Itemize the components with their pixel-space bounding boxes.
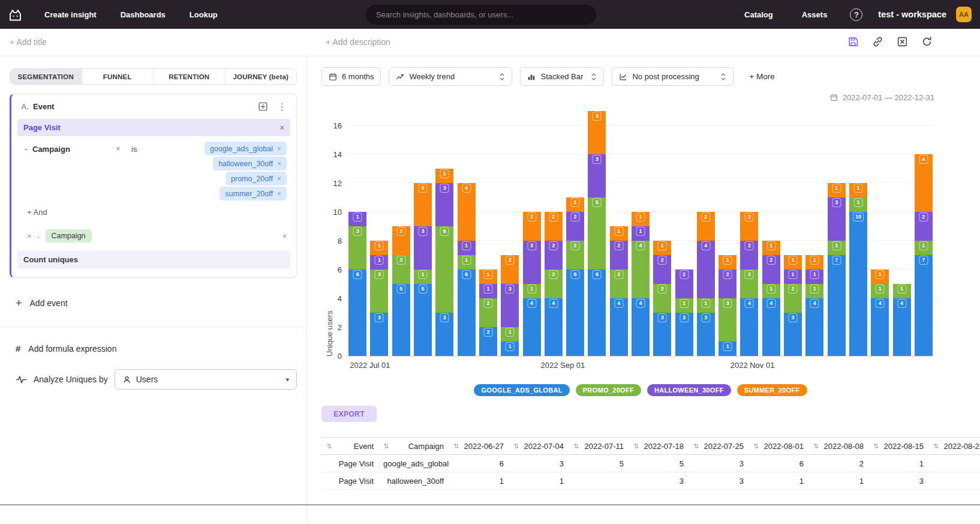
bar-segment-promo_20off[interactable]: 1 — [458, 255, 476, 270]
column-header-2022-08-01[interactable]: ⇅2022-08-01 — [748, 438, 808, 455]
bar-segment-promo_20off[interactable]: 2 — [653, 284, 671, 313]
nav-item-catalog[interactable]: Catalog — [744, 10, 773, 19]
add-description[interactable]: + Add description — [326, 37, 390, 47]
bar-segment-summer_20off[interactable]: 1 — [632, 212, 650, 226]
bar-segment-summer_20off[interactable]: 1 — [805, 255, 823, 270]
bar-segment-promo_20off[interactable]: 1 — [501, 327, 519, 342]
sort-icon[interactable]: ⇅ — [573, 442, 579, 450]
sort-icon[interactable]: ⇅ — [753, 442, 759, 450]
bar-segment-google_ads_global[interactable]: 5 — [414, 284, 432, 356]
bar-2022-11-28[interactable]: 7131 — [828, 112, 846, 356]
bar-2022-10-31[interactable]: 4222 — [740, 112, 758, 356]
remove-icon[interactable]: × — [277, 160, 281, 168]
nav-item-lookup[interactable]: Lookup — [190, 10, 218, 19]
workspace-name[interactable]: test - workspace — [878, 10, 946, 19]
link-icon[interactable] — [872, 36, 884, 48]
sort-icon[interactable]: ⇅ — [633, 442, 639, 450]
bar-2022-11-07[interactable]: 4121 — [762, 112, 780, 356]
bar-segment-promo_20off[interactable]: 2 — [566, 241, 584, 270]
nav-item-dashboards[interactable]: Dashboards — [121, 10, 166, 19]
add-and-condition[interactable]: + And — [27, 208, 290, 217]
remove-breakdown-row-icon[interactable]: × — [282, 232, 287, 240]
bar-segment-summer_20off[interactable]: 2 — [545, 212, 563, 241]
filter-value-chip[interactable]: google_ads_global× — [205, 142, 287, 155]
bar-segment-google_ads_global[interactable]: 4 — [762, 298, 780, 356]
bar-segment-google_ads_global[interactable]: 3 — [370, 313, 388, 356]
bar-segment-summer_20off[interactable]: 4 — [915, 154, 933, 212]
bar-segment-promo_20off[interactable]: 2 — [784, 284, 802, 313]
remove-icon[interactable]: × — [277, 175, 281, 183]
bar-segment-summer_20off[interactable]: 2 — [392, 226, 410, 255]
add-title[interactable]: + Add title — [10, 37, 47, 47]
avatar[interactable]: AA — [956, 7, 972, 22]
bar-segment-summer_20off[interactable]: 1 — [479, 270, 497, 284]
bar-segment-halloween_30off[interactable]: 1 — [784, 270, 802, 284]
bar-2022-07-25[interactable]: 3631 — [435, 112, 453, 356]
bar-2022-10-17[interactable]: 3142 — [697, 112, 715, 356]
bar-segment-promo_20off[interactable]: 1 — [805, 284, 823, 298]
bar-2022-08-08[interactable]: 2211 — [479, 112, 497, 356]
bar-segment-halloween_30off[interactable]: 3 — [435, 183, 453, 226]
bar-2022-09-12[interactable]: 6533 — [588, 112, 606, 356]
bar-2022-11-21[interactable]: 4111 — [805, 112, 823, 356]
nav-item-create-insight[interactable]: Create insight — [44, 10, 97, 19]
bar-segment-google_ads_global[interactable]: 1 — [501, 342, 519, 356]
bar-segment-google_ads_global[interactable]: 7 — [915, 255, 933, 356]
bar-segment-promo_20off[interactable]: 3 — [348, 226, 366, 270]
column-header-2022-07-11[interactable]: ⇅2022-07-11 — [569, 438, 629, 455]
bar-segment-halloween_30off[interactable]: 2 — [566, 212, 584, 241]
sort-icon[interactable]: ⇅ — [693, 442, 699, 450]
filter-operator[interactable]: is — [131, 142, 149, 154]
bar-segment-summer_20off[interactable]: 1 — [719, 255, 736, 270]
bar-2022-07-04[interactable]: 3311 — [370, 112, 388, 356]
breakdown-property-chip[interactable]: Campaign — [46, 229, 92, 242]
bar-2022-12-19[interactable]: 41 — [893, 112, 911, 356]
filter-property[interactable]: · Campaign — [25, 142, 116, 154]
bar-segment-promo_20off[interactable]: 1 — [697, 298, 715, 313]
column-header-2022-07-18[interactable]: ⇅2022-07-18 — [629, 438, 689, 455]
bar-segment-promo_20off[interactable]: 1 — [828, 241, 846, 255]
bar-segment-summer_20off[interactable]: 4 — [458, 183, 476, 241]
legend-item-google_ads_global[interactable]: GOOGLE_ADS_GLOBAL — [474, 384, 569, 396]
bar-segment-halloween_30off[interactable]: 2 — [719, 270, 736, 298]
sort-icon[interactable]: ⇅ — [453, 442, 459, 450]
sort-icon[interactable]: ⇅ — [933, 442, 939, 450]
bar-2022-12-26[interactable]: 7124 — [915, 112, 933, 356]
bar-segment-summer_20off[interactable]: 1 — [828, 183, 846, 197]
column-header-2022-08-15[interactable]: ⇅2022-08-15 — [868, 438, 928, 455]
bar-segment-google_ads_global[interactable]: 6 — [588, 270, 606, 356]
bar-segment-halloween_30off[interactable]: 3 — [501, 284, 519, 327]
bar-segment-promo_20off[interactable]: 1 — [871, 284, 889, 298]
bar-segment-promo_20off[interactable]: 2 — [610, 270, 628, 298]
bar-2022-08-22[interactable]: 4132 — [523, 112, 541, 356]
kebab-menu-icon[interactable]: ⋮ — [278, 102, 287, 111]
bar-segment-google_ads_global[interactable]: 1 — [719, 342, 736, 356]
bar-segment-google_ads_global[interactable]: 10 — [849, 212, 867, 356]
bar-segment-google_ads_global[interactable]: 6 — [348, 270, 366, 356]
remove-icon[interactable]: × — [277, 145, 281, 153]
bar-2022-09-26[interactable]: 4411 — [632, 112, 650, 356]
trend-select[interactable]: Weekly trend — [389, 67, 512, 86]
tab-funnel[interactable]: FUNNEL — [82, 69, 154, 84]
column-header-2022-08-08[interactable]: ⇅2022-08-08 — [808, 438, 868, 455]
bar-segment-google_ads_global[interactable]: 3 — [784, 313, 802, 356]
bar-segment-halloween_30off[interactable]: 1 — [805, 270, 823, 284]
sort-icon[interactable]: ⇅ — [383, 442, 389, 450]
bar-2022-08-01[interactable]: 6114 — [458, 112, 476, 356]
aggregation-selector[interactable]: Count uniques — [17, 250, 290, 269]
help-icon[interactable]: ? — [850, 8, 862, 21]
bar-segment-google_ads_global[interactable]: 5 — [392, 284, 410, 356]
chart-type-select[interactable]: Stacked Bar — [520, 67, 604, 86]
bar-segment-google_ads_global[interactable]: 4 — [871, 298, 889, 356]
bar-segment-halloween_30off[interactable]: 1 — [632, 226, 650, 241]
bar-segment-halloween_30off[interactable]: 2 — [740, 241, 758, 270]
more-button[interactable]: + More — [749, 72, 774, 81]
column-header-2022-07-04[interactable]: ⇅2022-07-04 — [509, 438, 569, 455]
filter-value-chip[interactable]: halloween_30off× — [213, 157, 287, 170]
sort-icon[interactable]: ⇅ — [513, 442, 519, 450]
search-input[interactable] — [366, 5, 596, 25]
tab-journey-beta-[interactable]: JOURNEY (beta) — [226, 69, 297, 84]
bar-segment-summer_20off[interactable]: 1 — [784, 255, 802, 270]
bar-2022-08-29[interactable]: 4222 — [545, 112, 563, 356]
bar-segment-google_ads_global[interactable]: 6 — [566, 270, 584, 356]
